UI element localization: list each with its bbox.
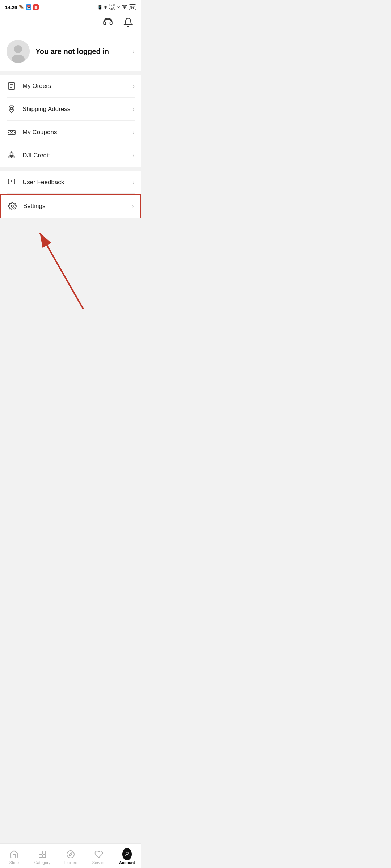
svg-point-0 bbox=[124, 8, 125, 9]
status-right-area: 📳 ✱ 12.8KB/s ✕ 97 bbox=[97, 4, 136, 11]
menu-section-2: User Feedback › Settings › bbox=[0, 171, 141, 218]
annotation-arrow bbox=[0, 222, 141, 316]
status-bar: 14:29 🪶 📅 ▦ 📳 ✱ 12.8KB/s ✕ 97 bbox=[0, 0, 141, 13]
bluetooth-icon: ✱ bbox=[104, 5, 107, 10]
wifi-icon bbox=[122, 4, 127, 10]
dji-credit-label: DJI Credit bbox=[22, 152, 50, 159]
svg-point-8 bbox=[10, 107, 13, 110]
customer-service-button[interactable] bbox=[101, 16, 114, 29]
coupons-icon bbox=[7, 127, 17, 137]
feedback-label: User Feedback bbox=[22, 179, 64, 186]
shipping-icon bbox=[7, 104, 17, 114]
feedback-icon bbox=[7, 177, 17, 187]
settings-label: Settings bbox=[23, 203, 45, 210]
notifications-button[interactable] bbox=[122, 16, 135, 29]
menu-item-settings[interactable]: Settings › bbox=[0, 194, 141, 218]
profile-left: You are not logged in bbox=[7, 40, 109, 63]
status-time-area: 14:29 🪶 📅 ▦ bbox=[5, 4, 39, 10]
feather-icon: 🪶 bbox=[18, 5, 24, 10]
time-display: 14:29 bbox=[5, 5, 17, 10]
app-icon-red: ▦ bbox=[33, 4, 39, 10]
svg-point-12 bbox=[9, 156, 12, 158]
menu-item-dji-credit[interactable]: DJI Credit › bbox=[0, 144, 141, 167]
svg-point-15 bbox=[11, 181, 12, 182]
coupons-label: My Coupons bbox=[22, 129, 57, 136]
credit-icon bbox=[7, 150, 17, 161]
clock-app-icon: 📅 bbox=[26, 4, 31, 10]
orders-chevron: › bbox=[133, 82, 135, 90]
svg-line-17 bbox=[40, 233, 83, 309]
shipping-chevron: › bbox=[133, 106, 135, 113]
coupons-chevron: › bbox=[133, 129, 135, 136]
header-actions bbox=[0, 13, 141, 33]
menu-item-my-orders[interactable]: My Orders › bbox=[0, 75, 141, 98]
profile-chevron: › bbox=[133, 48, 135, 55]
annotation-area bbox=[0, 222, 141, 316]
network-speed: 12.8KB/s bbox=[109, 4, 115, 11]
orders-label: My Orders bbox=[22, 82, 51, 90]
profile-section[interactable]: You are not logged in › bbox=[0, 33, 141, 71]
svg-point-2 bbox=[14, 45, 22, 53]
svg-point-13 bbox=[12, 156, 14, 158]
orders-icon bbox=[7, 81, 17, 91]
settings-chevron: › bbox=[132, 203, 134, 210]
svg-point-10 bbox=[10, 153, 13, 156]
login-prompt: You are not logged in bbox=[35, 47, 109, 56]
battery-indicator: 97 bbox=[129, 4, 136, 10]
avatar bbox=[7, 40, 30, 63]
sim-icon: ✕ bbox=[117, 5, 120, 10]
settings-icon bbox=[7, 201, 17, 211]
menu-item-coupons[interactable]: My Coupons › bbox=[0, 121, 141, 144]
credit-chevron: › bbox=[133, 152, 135, 159]
menu-section-1: My Orders › Shipping Address › bbox=[0, 75, 141, 167]
vibrate-icon: 📳 bbox=[97, 5, 102, 10]
menu-item-feedback[interactable]: User Feedback › bbox=[0, 171, 141, 194]
feedback-chevron: › bbox=[133, 179, 135, 186]
menu-item-shipping[interactable]: Shipping Address › bbox=[0, 98, 141, 121]
shipping-label: Shipping Address bbox=[22, 106, 70, 113]
